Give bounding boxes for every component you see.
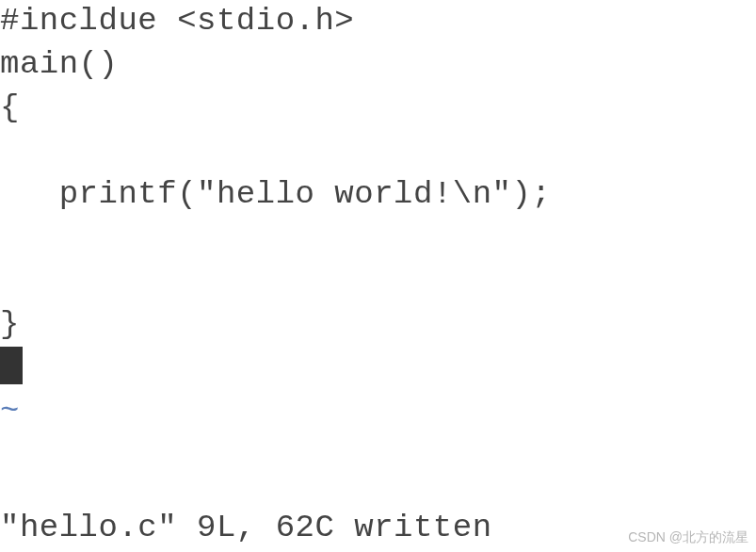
- code-line: main(): [0, 43, 756, 87]
- vim-status-line: "hello.c" 9L, 62C written: [0, 507, 492, 550]
- code-line: #incldue <stdio.h>: [0, 0, 756, 43]
- text-editor-area[interactable]: #incldue <stdio.h> main() { printf("hell…: [0, 0, 756, 433]
- empty-line-tilde: ~: [0, 390, 756, 433]
- code-line: printf("hello world!\n");: [0, 173, 756, 217]
- cursor-line: [0, 347, 756, 390]
- code-line: [0, 217, 756, 260]
- code-line: [0, 260, 756, 303]
- cursor-block-icon: [0, 347, 23, 384]
- watermark-text: CSDN @北方的流星: [628, 528, 748, 546]
- code-line: {: [0, 87, 756, 130]
- code-line: }: [0, 303, 756, 347]
- code-line: [0, 130, 756, 173]
